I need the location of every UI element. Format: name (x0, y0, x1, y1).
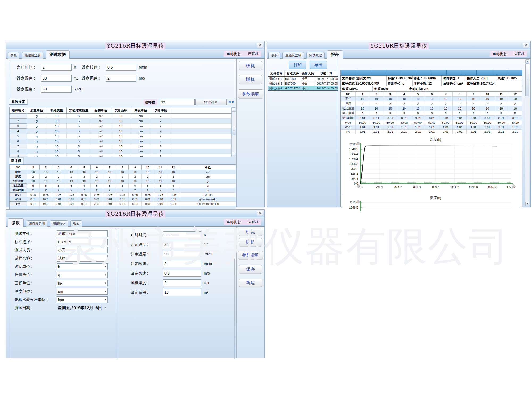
table-row[interactable]: 测试文件6BS7209小田2017/7/27 00:00 (268, 81, 339, 86)
cell: 湿杯个数: 12 (413, 81, 442, 86)
sample-thickness-field[interactable] (163, 279, 201, 286)
tab-humiture-monitor[interactable]: 温湿度监测 (26, 220, 47, 227)
table-cell: 1.01 (369, 125, 383, 130)
thickness-unit-select-input[interactable] (57, 289, 103, 294)
operator-field-input[interactable] (57, 248, 107, 253)
set-speed-field[interactable] (163, 260, 201, 267)
tab-test-data[interactable]: 测试数据 (46, 50, 70, 59)
disconnect-button[interactable]: 脱机 (239, 75, 262, 84)
field-unit: %RH (204, 252, 213, 256)
set-speed-field-input[interactable] (106, 65, 136, 70)
chevron-down-icon[interactable]: ▼ (103, 274, 107, 276)
vapor-pressure-unit-select-input[interactable] (57, 297, 103, 302)
tab-humiture-monitor[interactable]: 温湿度监测 (22, 52, 43, 59)
titlebar[interactable]: YG216R日标透湿量仪 ✕ (6, 41, 264, 49)
chevron-down-icon[interactable]: ▼ (103, 241, 107, 243)
tab-params[interactable]: 参数 (8, 52, 19, 59)
tab-params[interactable]: 参数 (268, 52, 280, 59)
read-params-button[interactable]: 参数读取 (238, 251, 263, 259)
read-params-button[interactable]: 参数读取 (238, 89, 263, 98)
page-next-icon[interactable]: ▶ (232, 100, 235, 103)
table-row[interactable]: 测试文件1GB/T12704小田2017/7/14 00:00 (268, 86, 339, 91)
set-humidity-field-input[interactable] (163, 251, 201, 257)
close-icon[interactable]: ✕ (257, 43, 263, 48)
set-area-field-input[interactable] (163, 290, 201, 295)
set-wind-field-input[interactable] (106, 76, 136, 81)
operator-field[interactable] (57, 247, 108, 253)
connect-button[interactable]: 联机 (239, 61, 262, 70)
chevron-down-icon[interactable]: ▼ (103, 307, 107, 309)
set-speed-field[interactable] (106, 64, 136, 71)
set-temperature-field[interactable] (163, 241, 201, 248)
sample-thickness-field-input[interactable] (163, 280, 201, 285)
print-button[interactable]: 打印 (289, 61, 306, 69)
set-temperature-field[interactable] (41, 75, 72, 82)
chevron-down-icon[interactable]: ▼ (103, 290, 107, 293)
chevron-down-icon[interactable]: ▼ (103, 265, 107, 268)
disconnect-button[interactable]: 脱机 (239, 238, 262, 246)
tab-humiture-monitor[interactable]: 温湿度监测 (282, 52, 304, 59)
titlebar[interactable]: YG216R日标透湿量仪 ✕ (267, 41, 530, 49)
set-wind-field[interactable] (163, 270, 201, 277)
report-scrollbar[interactable]: ▲ ≡ ▼ (525, 59, 529, 206)
vapor-pressure-unit-select[interactable]: ▼ (57, 296, 108, 303)
set-wind-field[interactable] (106, 75, 136, 82)
mass-unit-select-input[interactable] (57, 272, 103, 278)
set-speed-field-input[interactable] (163, 261, 201, 266)
area-unit-select[interactable]: ▼ (57, 280, 108, 286)
sample-name-field-input[interactable] (57, 256, 107, 261)
tab-report[interactable]: 报表 (70, 220, 82, 227)
timer-time-field[interactable] (163, 231, 201, 238)
tab-report[interactable]: 报表 (327, 50, 343, 59)
test-file-field-input[interactable] (57, 231, 107, 236)
time-unit-select[interactable]: ▼ (57, 263, 108, 270)
mass-unit-select[interactable]: ▼ (57, 272, 108, 278)
sample-name-field[interactable] (57, 255, 108, 262)
set-area-field[interactable] (163, 289, 201, 296)
close-icon[interactable]: ✕ (523, 43, 529, 48)
test-date-picker[interactable]: ▼ (57, 305, 107, 311)
test-file-field[interactable] (57, 230, 108, 237)
test-date-picker-input[interactable] (57, 305, 103, 311)
set-temperature-field-input[interactable] (41, 76, 71, 81)
close-icon[interactable]: ✕ (257, 211, 263, 216)
scroll-up-icon[interactable]: ▲ (232, 107, 236, 112)
set-humidity-field[interactable] (163, 251, 201, 257)
timer-time-field-input[interactable] (163, 232, 201, 238)
chevron-down-icon[interactable]: ▼ (103, 298, 107, 301)
time-unit-select-input[interactable] (57, 264, 103, 269)
thickness-unit-select[interactable]: ▼ (57, 288, 108, 295)
save-button[interactable]: 保存 (239, 265, 262, 273)
cup-count-input[interactable] (160, 99, 195, 105)
titlebar[interactable]: YG216R日标透湿量仪 ✕ (6, 210, 264, 217)
connect-button[interactable]: 联机 (239, 228, 262, 236)
export-button[interactable]: 导出 (310, 61, 327, 69)
table-row: WVP1.011.011.011.011.011.011.011.011.011… (341, 125, 522, 130)
set-wind-field-input[interactable] (163, 271, 201, 276)
tab-test-data[interactable]: 测试数据 (50, 220, 68, 227)
page-prev-icon[interactable]: ◀ (228, 100, 231, 103)
table-cell: 10 (142, 170, 154, 174)
area-unit-select-input[interactable] (57, 281, 103, 286)
pager-arrows[interactable]: ◀ ▶ (228, 100, 235, 103)
table-row[interactable]: 测试文件9BS7209小田2017/7/27 00:00 (268, 76, 339, 81)
scroll-thumb[interactable]: ≡ (232, 126, 236, 135)
scroll-up-icon[interactable]: ▲ (525, 59, 529, 64)
timer-time-field-input[interactable] (41, 65, 71, 70)
stat-calc-button[interactable]: 统计计算 (195, 99, 227, 105)
scroll-down-icon[interactable]: ▼ (525, 202, 529, 206)
standard-select-input[interactable] (57, 239, 103, 245)
set-humidity-field-input[interactable] (41, 86, 71, 92)
new-button[interactable]: 新建 (239, 279, 262, 287)
param-table-scrollbar[interactable]: ▲ ≡ ▼ (231, 107, 236, 157)
scroll-down-icon[interactable]: ▼ (232, 152, 236, 156)
tab-params[interactable]: 参数 (8, 218, 24, 227)
chevron-down-icon[interactable]: ▼ (103, 282, 107, 284)
tab-test-data[interactable]: 测试数据 (306, 52, 325, 59)
table-cell: 0.01 (65, 202, 78, 206)
timer-time-field[interactable] (41, 64, 72, 71)
scroll-thumb[interactable]: ≡ (525, 64, 529, 96)
set-temperature-field-input[interactable] (163, 242, 201, 247)
set-humidity-field[interactable] (41, 86, 72, 93)
standard-select[interactable]: ▼ (57, 239, 108, 245)
